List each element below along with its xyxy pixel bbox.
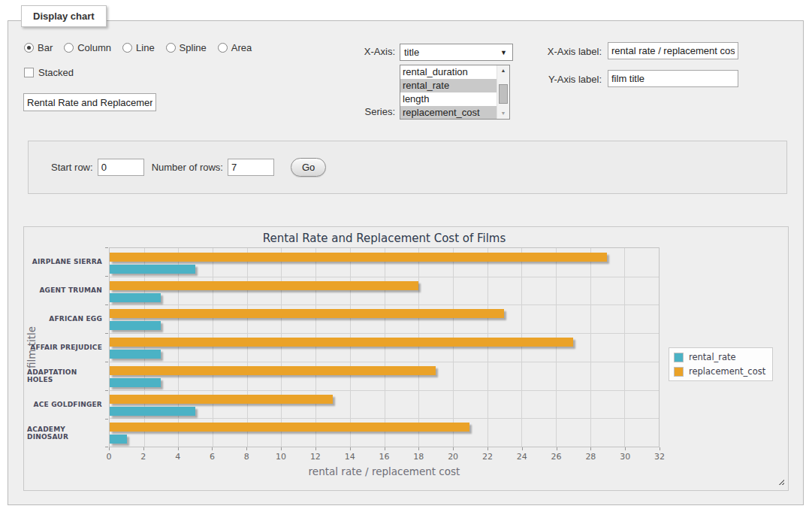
x-tick-label: 24: [517, 452, 527, 462]
series-option-replacement_cost[interactable]: replacement_cost: [400, 106, 497, 120]
series-option-rental_duration[interactable]: rental_duration: [400, 65, 497, 79]
x-tick-label: 14: [345, 452, 355, 462]
x-tick-label: 22: [482, 452, 493, 462]
go-button[interactable]: Go: [291, 158, 326, 177]
bar-rental_rate: [110, 293, 161, 302]
series-option-rental_rate[interactable]: rental_rate: [400, 79, 497, 92]
num-rows-label: Number of rows:: [152, 162, 223, 173]
chart-type-option-spline[interactable]: Spline: [166, 42, 207, 53]
legend-label: rental_rate: [689, 352, 736, 362]
chart-type-option-area[interactable]: Area: [218, 42, 252, 53]
y-category-label: AFFAIR PREJUDICE: [27, 333, 102, 362]
plot-area: [109, 247, 660, 447]
bar-rental_rate: [110, 321, 161, 330]
series-label: Series:: [305, 106, 395, 117]
chart-type-option-bar[interactable]: Bar: [24, 42, 53, 53]
bar-rental_rate: [110, 350, 161, 359]
x-tick-mark: [522, 447, 523, 450]
plot-row: [110, 418, 659, 447]
y-axis-label-input[interactable]: [608, 70, 738, 87]
x-tick-mark: [385, 447, 385, 450]
x-tick-label: 30: [620, 452, 630, 462]
stacked-label: Stacked: [38, 67, 74, 78]
page: Display chart BarColumnLineSplineArea St…: [0, 0, 812, 512]
x-axis-select[interactable]: title ▼: [400, 44, 513, 61]
bar-rental_rate: [110, 265, 195, 274]
chart-type-option-line[interactable]: Line: [122, 42, 155, 53]
chevron-down-icon: ▼: [500, 49, 507, 56]
radio-column[interactable]: [64, 43, 74, 53]
chart-type-radio-group: BarColumnLineSplineArea: [24, 42, 252, 53]
chart-type-option-column[interactable]: Column: [64, 42, 111, 53]
stacked-checkbox[interactable]: [24, 68, 34, 77]
y-tick-mark: [105, 362, 108, 362]
bar-rental_rate: [110, 378, 161, 387]
bar-rental_rate: [110, 407, 195, 416]
x-tick-mark: [246, 447, 247, 450]
y-category-label: ACE GOLDFINGER: [27, 390, 102, 419]
radio-spline[interactable]: [166, 43, 176, 53]
x-tick-label: 32: [654, 452, 665, 462]
scrollbar-thumb[interactable]: [499, 84, 508, 104]
resize-handle-icon[interactable]: [777, 477, 784, 485]
x-tick-mark: [178, 447, 179, 450]
radio-area[interactable]: [218, 43, 228, 53]
legend-swatch-icon: [674, 367, 684, 377]
series-options: rental_durationrental_ratelengthreplacem…: [400, 65, 497, 119]
y-tick-mark: [105, 419, 108, 420]
x-tick-label: 4: [175, 452, 180, 462]
legend-label: replacement_cost: [689, 366, 765, 377]
bar-replacement_cost: [110, 366, 436, 375]
x-tick-mark: [453, 447, 454, 450]
x-axis-label-label: X-Axis label:: [527, 46, 602, 57]
scroll-down-icon[interactable]: ▼: [497, 108, 509, 119]
y-tick-mark: [105, 304, 108, 305]
radio-bar[interactable]: [24, 43, 34, 53]
x-tick-label: 2: [140, 452, 146, 462]
bar-replacement_cost: [110, 338, 573, 347]
chart-legend: rental_ratereplacement_cost: [669, 347, 773, 381]
radio-label-line: Line: [136, 42, 155, 53]
legend-swatch-icon: [674, 353, 684, 362]
series-listbox[interactable]: rental_durationrental_ratelengthreplacem…: [400, 65, 510, 120]
x-tick-mark: [109, 447, 110, 450]
plot-row: [110, 277, 659, 305]
series-option-length[interactable]: length: [400, 92, 497, 106]
y-axis-category-labels: AIRPLANE SIERRAAGENT TRUMANAFRICAN EGGAF…: [27, 247, 102, 447]
listbox-scrollbar[interactable]: ▲ ▼: [497, 65, 509, 119]
chart-title-input[interactable]: [23, 93, 156, 111]
y-tick-mark: [105, 333, 108, 334]
y-category-label: AIRPLANE SIERRA: [27, 247, 102, 276]
scroll-up-icon[interactable]: ▲: [497, 65, 509, 76]
start-row-input[interactable]: [98, 159, 144, 176]
fieldset-legend-text: Display chart: [33, 11, 95, 22]
stacked-checkbox-row[interactable]: Stacked: [24, 67, 74, 78]
bar-replacement_cost: [110, 309, 504, 318]
bar-replacement_cost: [110, 253, 607, 262]
y-tick-mark: [105, 276, 108, 277]
x-tick-mark: [660, 447, 660, 450]
start-row-label: Start row:: [51, 162, 93, 173]
x-tick-label: 10: [276, 452, 286, 462]
y-tick-mark: [105, 247, 108, 248]
display-chart-fieldset: BarColumnLineSplineArea Stacked X-Axis: …: [8, 20, 804, 505]
fieldset-legend: Display chart: [21, 5, 107, 27]
x-tick-mark: [625, 447, 626, 450]
x-tick-label: 28: [585, 452, 596, 462]
x-tick-mark: [212, 447, 213, 450]
plot-row: [110, 333, 659, 362]
num-rows-input[interactable]: [228, 159, 274, 176]
x-tick-mark: [143, 447, 144, 450]
x-axis-label-input[interactable]: [608, 42, 738, 59]
radio-label-area: Area: [231, 42, 252, 53]
x-tick-label: 12: [310, 452, 321, 462]
y-axis-label-label: Y-Axis label:: [527, 74, 602, 85]
radio-label-column: Column: [77, 42, 111, 53]
x-tick-mark: [557, 447, 557, 450]
x-axis-title: rental rate / replacement cost: [109, 465, 660, 477]
y-category-label: ADAPTATION HOLES: [27, 362, 102, 390]
radio-line[interactable]: [122, 43, 132, 53]
x-tick-label: 16: [379, 452, 390, 462]
y-tick-mark: [105, 390, 108, 391]
x-axis-select-label: X-Axis:: [305, 46, 395, 57]
